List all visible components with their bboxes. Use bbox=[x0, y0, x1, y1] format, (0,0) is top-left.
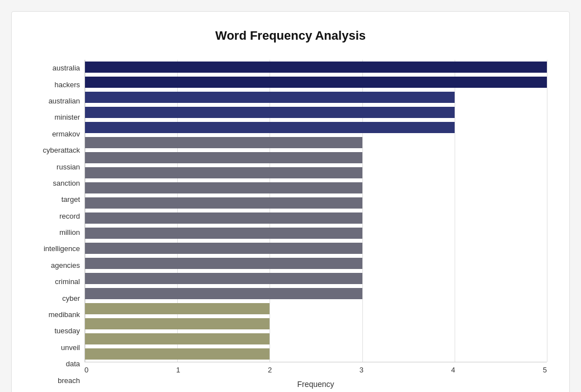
bar-row bbox=[85, 120, 547, 135]
x-tick-label: 4 bbox=[451, 366, 455, 374]
bar bbox=[85, 107, 455, 118]
y-axis-label: russian bbox=[34, 159, 80, 174]
y-axis-label: criminal bbox=[34, 275, 80, 289]
bar bbox=[85, 258, 362, 269]
bar-row bbox=[85, 181, 547, 195]
bar-row bbox=[85, 301, 547, 316]
bar bbox=[85, 243, 362, 254]
y-axis-label: million bbox=[34, 225, 80, 240]
bar-row bbox=[85, 226, 547, 240]
bar bbox=[85, 182, 362, 193]
bar bbox=[85, 318, 270, 329]
bar bbox=[85, 212, 362, 224]
bar bbox=[85, 152, 362, 163]
bar bbox=[85, 273, 362, 284]
x-tick-label: 1 bbox=[176, 366, 180, 374]
y-axis-label: intelligence bbox=[34, 242, 80, 256]
x-tick-label: 2 bbox=[268, 366, 272, 374]
bar-row bbox=[85, 241, 547, 256]
bar-row bbox=[85, 150, 547, 165]
x-axis: 012345 bbox=[84, 362, 547, 374]
bar-row bbox=[85, 196, 547, 210]
y-axis-label: tuesday bbox=[34, 324, 80, 338]
y-axis-label: minister bbox=[34, 110, 80, 125]
bar bbox=[85, 333, 270, 344]
bar-row bbox=[85, 90, 547, 105]
x-tick-label: 0 bbox=[84, 366, 88, 374]
bar bbox=[85, 288, 362, 299]
y-axis-label: australian bbox=[34, 93, 80, 108]
bar bbox=[85, 122, 455, 133]
y-axis-label: hackers bbox=[34, 77, 80, 92]
bars-wrapper: 012345 Frequency bbox=[84, 60, 547, 389]
bar-row bbox=[85, 166, 547, 180]
bar bbox=[85, 137, 362, 148]
bar-row bbox=[85, 286, 547, 301]
y-axis-label: data bbox=[34, 357, 80, 371]
chart-area: australiahackersaustralianministerermako… bbox=[34, 60, 547, 389]
bar-row bbox=[85, 347, 547, 361]
x-axis-title: Frequency bbox=[84, 380, 547, 389]
y-axis-label: target bbox=[34, 192, 80, 207]
x-tick-label: 5 bbox=[543, 366, 547, 374]
bar-row bbox=[85, 135, 547, 150]
y-axis-label: australia bbox=[34, 61, 80, 75]
bar bbox=[85, 348, 270, 360]
chart-container: Word Frequency Analysis australiahackers… bbox=[11, 11, 570, 392]
bar-row bbox=[85, 332, 547, 346]
bar bbox=[85, 228, 362, 239]
bar bbox=[85, 92, 455, 103]
y-axis-label: medibank bbox=[34, 308, 80, 322]
y-axis-label: breach bbox=[34, 373, 80, 388]
y-axis-label: sanction bbox=[34, 176, 80, 190]
bars-area bbox=[84, 60, 547, 362]
y-axis-label: record bbox=[34, 209, 80, 223]
bar-row bbox=[85, 75, 547, 89]
bar bbox=[85, 303, 270, 314]
y-axis-label: unveil bbox=[34, 340, 80, 355]
bar-row bbox=[85, 60, 547, 74]
bar-row bbox=[85, 211, 547, 225]
bar bbox=[85, 77, 547, 88]
bar bbox=[85, 197, 362, 209]
bar bbox=[85, 62, 547, 73]
grid-line bbox=[547, 60, 547, 362]
y-axis-label: ermakov bbox=[34, 126, 80, 141]
x-tick-label: 3 bbox=[360, 366, 363, 374]
bar bbox=[85, 167, 362, 178]
y-axis-labels: australiahackersaustralianministerermako… bbox=[34, 60, 84, 389]
y-axis-label: agencies bbox=[34, 258, 80, 272]
bar-row bbox=[85, 256, 547, 271]
bar-row bbox=[85, 317, 547, 331]
y-axis-label: cyber bbox=[34, 291, 80, 305]
chart-title: Word Frequency Analysis bbox=[34, 29, 547, 43]
bar-row bbox=[85, 271, 547, 286]
y-axis-label: cyberattack bbox=[34, 143, 80, 158]
bar-row bbox=[85, 105, 547, 120]
